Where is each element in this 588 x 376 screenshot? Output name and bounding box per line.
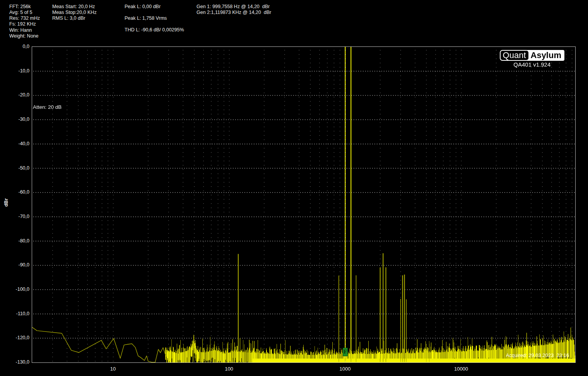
y-axis-label: -10,0	[19, 68, 30, 74]
logo-asylum-part: Asylum	[527, 50, 564, 61]
plot-area: Atten: 20 dB Acquired: 29.03.2023 23:16 …	[32, 46, 576, 363]
y-axis-label: -120,0	[16, 335, 29, 340]
y-axis-label: -50,0	[19, 165, 30, 171]
y-axis-label: -30,0	[19, 117, 30, 122]
y-axis-label: -80,0	[19, 238, 30, 244]
x-axis-label: 1000	[340, 366, 351, 372]
x-axis-label: 10000	[454, 366, 468, 372]
attenuator-label: Atten: 20 dB	[33, 104, 62, 110]
gen1-label: Gen 1: 999,7558 Hz @ 14,20 dBr	[197, 4, 270, 9]
meas-start-label: Meas Start: 20,0 Hz	[52, 4, 95, 9]
x-axis-label: 100	[225, 366, 233, 372]
resolution-label: Res: 732 mHz	[9, 15, 40, 21]
brand-block: Quant Asylum QA401 v1.924	[500, 50, 564, 68]
x-axis-label: 10	[110, 366, 116, 372]
y-axis-label: -110,0	[16, 311, 29, 316]
logo-quant-part: Quant	[500, 50, 529, 61]
meas-stop-label: Meas Stop:20,0 KHz	[52, 10, 97, 15]
spectrum-canvas[interactable]	[32, 47, 575, 362]
y-axis-title: dBr	[3, 191, 9, 214]
gen2-label: Gen 2:1,119873 KHz @ 14,20 dBr	[197, 10, 271, 15]
avg-count-label: Avg: 5 of 5	[9, 10, 32, 15]
frequency-marker-f[interactable]: F	[343, 348, 348, 356]
y-axis-label: -20,0	[19, 92, 30, 98]
sample-rate-label: Fs: 192 KHz	[9, 21, 36, 27]
thd-label: THD L: -90,6 dB/ 0,00295%	[125, 27, 184, 33]
y-axis-label: -70,0	[19, 214, 30, 219]
y-axis-label: -90,0	[19, 262, 30, 268]
window-label: Win: Hann	[9, 27, 32, 33]
y-axis-label: -40,0	[19, 141, 30, 146]
y-axis-label: -60,0	[19, 189, 30, 195]
quantasylum-logo: Quant Asylum	[500, 50, 564, 61]
y-axis-label: 0,0	[23, 44, 29, 49]
acquired-timestamp-label: Acquired: 29.03.2023 23:16	[506, 352, 569, 358]
peak-vrms-label: Peak L: 1,758 Vrms	[125, 15, 167, 21]
fft-size-label: FFT: 256k	[9, 4, 31, 9]
peak-dbr-label: Peak L: 0,00 dBr	[125, 4, 161, 9]
y-axis-label: -100,0	[16, 287, 29, 292]
rms-level-label: RMS L: 3,0 dBr	[52, 15, 85, 21]
qa401-app-window: { "header": { "fft": "FFT: 256k", "avg":…	[0, 0, 588, 376]
firmware-version-label: QA401 v1.924	[513, 61, 550, 68]
weighting-label: Weight: None	[9, 33, 39, 39]
y-axis-label: -130,0	[16, 359, 29, 365]
